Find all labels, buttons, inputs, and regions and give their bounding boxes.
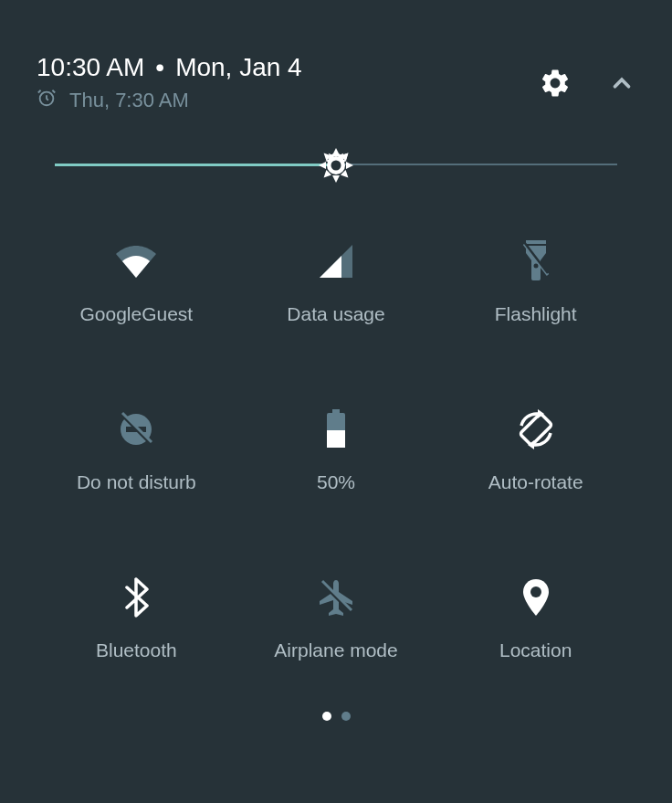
header-right — [539, 53, 635, 103]
cellular-icon — [318, 239, 354, 283]
tile-location[interactable]: Location — [436, 576, 635, 661]
quick-settings-header: 10:30 AM • Mon, Jan 4 Thu, 7:30 AM — [0, 0, 672, 113]
svg-point-31 — [530, 586, 541, 597]
slider-track — [55, 164, 617, 166]
tile-autorotate[interactable]: Auto-rotate — [436, 407, 635, 493]
tile-wifi[interactable]: GoogleGuest — [37, 239, 236, 325]
svg-rect-22 — [332, 409, 340, 413]
airplane-icon — [316, 576, 356, 619]
tile-dnd[interactable]: Do not disturb — [37, 407, 236, 493]
tile-flashlight[interactable]: Flashlight — [436, 239, 635, 325]
page-indicator[interactable] — [0, 712, 672, 721]
tile-bluetooth-label: Bluetooth — [96, 639, 177, 661]
tile-airplane-label: Airplane mode — [274, 639, 397, 661]
tile-flashlight-label: Flashlight — [495, 303, 577, 325]
svg-rect-24 — [327, 430, 345, 448]
tile-wifi-label: GoogleGuest — [79, 303, 193, 325]
quick-tiles-grid: GoogleGuest Data usage Flashlight — [0, 166, 672, 661]
flashlight-icon — [522, 239, 550, 283]
tile-battery-label: 50% — [317, 471, 355, 493]
brightness-icon[interactable] — [318, 147, 354, 184]
header-left: 10:30 AM • Mon, Jan 4 Thu, 7:30 AM — [37, 53, 302, 113]
dnd-icon — [117, 407, 155, 451]
bluetooth-icon — [123, 576, 149, 619]
tile-data-usage[interactable]: Data usage — [236, 239, 436, 325]
collapse-chevron-icon[interactable] — [608, 69, 635, 100]
tile-dnd-label: Do not disturb — [77, 471, 196, 493]
svg-point-13 — [331, 160, 341, 170]
svg-rect-25 — [327, 446, 345, 448]
slider-empty — [336, 164, 617, 165]
tile-bluetooth[interactable]: Bluetooth — [37, 576, 236, 661]
svg-rect-14 — [526, 240, 546, 244]
location-icon — [521, 576, 551, 619]
alarm-row[interactable]: Thu, 7:30 AM — [37, 88, 302, 113]
slider-fill — [55, 164, 336, 166]
separator-dot: • — [155, 53, 164, 82]
alarm-icon — [37, 88, 69, 113]
battery-icon — [325, 407, 347, 451]
settings-gear-icon[interactable] — [539, 67, 572, 103]
pager-dot-2 — [341, 712, 351, 721]
svg-marker-8 — [332, 175, 340, 183]
svg-marker-6 — [346, 162, 353, 169]
wifi-icon — [113, 239, 159, 283]
svg-marker-3 — [332, 148, 340, 155]
brightness-slider[interactable] — [0, 113, 672, 166]
autorotate-icon — [514, 407, 558, 451]
pager-dot-1 — [322, 712, 331, 721]
tile-autorotate-label: Auto-rotate — [488, 471, 583, 493]
alarm-text: Thu, 7:30 AM — [69, 89, 189, 112]
tile-location-label: Location — [499, 639, 572, 661]
date-text: Mon, Jan 4 — [175, 53, 302, 82]
tile-data-label: Data usage — [287, 303, 384, 325]
tile-battery[interactable]: 50% — [236, 407, 436, 493]
svg-point-15 — [533, 264, 538, 269]
tile-airplane[interactable]: Airplane mode — [236, 576, 436, 661]
svg-marker-10 — [319, 162, 326, 169]
time-date-row[interactable]: 10:30 AM • Mon, Jan 4 — [37, 53, 302, 82]
time-text: 10:30 AM — [37, 53, 144, 82]
